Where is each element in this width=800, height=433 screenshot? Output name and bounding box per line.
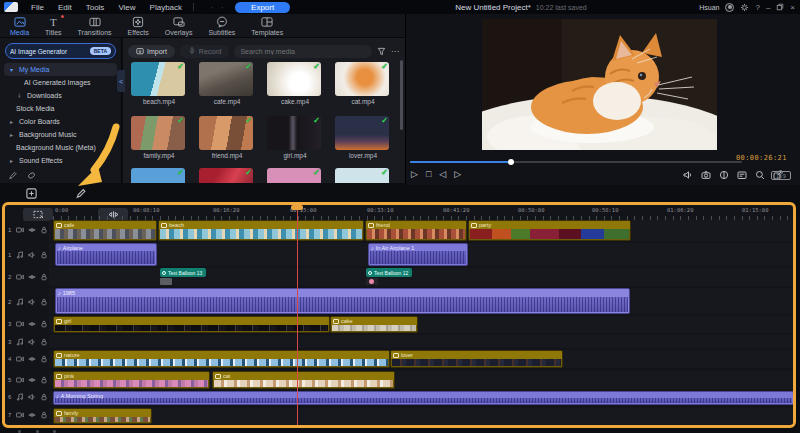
minimize-icon[interactable]: –: [766, 3, 770, 12]
zoom-preview-icon[interactable]: [755, 170, 765, 180]
avatar[interactable]: [725, 3, 734, 12]
clip-in-air-airplane-audio[interactable]: ♪In Air Airplane 1: [368, 243, 468, 266]
eye-icon[interactable]: [28, 273, 36, 281]
menu-edit[interactable]: Edit: [51, 3, 79, 12]
video-thumbnail[interactable]: ✓: [131, 62, 185, 96]
lock-icon[interactable]: [40, 226, 48, 234]
clip-a-morning-spring-audio[interactable]: ♪A Morning Spring: [53, 391, 794, 405]
aspect-ratio-icon[interactable]: 16:9: [771, 171, 791, 180]
sidebar-item-stock-media[interactable]: Stock Media: [0, 102, 121, 115]
clip-pink[interactable]: pink: [53, 371, 210, 389]
menu-file[interactable]: File: [24, 3, 51, 12]
track-header-v3[interactable]: 3: [8, 318, 50, 330]
sidebar-item-downloads[interactable]: ⤓Downloads: [0, 89, 121, 102]
speaker-icon[interactable]: [28, 251, 36, 259]
sidebar-item-ai-generated-images[interactable]: AI Generated Images: [0, 76, 121, 89]
search-box[interactable]: [234, 45, 372, 58]
menu-tools[interactable]: Tools: [79, 3, 112, 12]
clip-friend[interactable]: friend: [365, 220, 467, 241]
tab-transitions[interactable]: Transitions: [72, 16, 118, 36]
track-header-v2[interactable]: 2: [8, 271, 50, 283]
clip-girl[interactable]: girl: [53, 316, 330, 333]
video-thumbnail[interactable]: ✓: [131, 116, 185, 150]
eye-icon[interactable]: [28, 355, 36, 363]
lock-icon[interactable]: [40, 298, 48, 306]
draw-pen-icon[interactable]: [75, 185, 86, 203]
seek-handle[interactable]: [508, 159, 514, 165]
tab-media[interactable]: Media: [4, 16, 35, 36]
filter-funnel-icon[interactable]: [377, 42, 386, 60]
clip-text-balloon-13[interactable]: Text Balloon 13: [160, 268, 206, 285]
sidebar-item-sound-effects[interactable]: ▸Sound Effects: [0, 154, 121, 167]
tab-titles[interactable]: TTitles: [39, 16, 67, 36]
lock-icon[interactable]: [40, 273, 48, 281]
sidebar-item-my-media[interactable]: ▾My Media: [4, 63, 117, 76]
close-icon[interactable]: ×: [790, 3, 795, 12]
next-frame-button[interactable]: ▷: [454, 169, 461, 179]
tab-effects[interactable]: Effects: [122, 16, 155, 36]
clip-beach[interactable]: beach: [158, 220, 364, 241]
snapshot-camera-icon[interactable]: [701, 170, 711, 180]
clip-airplane-audio[interactable]: ♪Airplane: [55, 243, 157, 266]
track-header-v4[interactable]: 4: [8, 353, 50, 365]
menu-view[interactable]: View: [111, 3, 142, 12]
video-thumbnail[interactable]: ✓: [335, 62, 389, 96]
lock-icon[interactable]: [40, 338, 48, 346]
save-icon[interactable]: [198, 3, 207, 12]
media-item[interactable]: ✓friend.mp4: [199, 116, 255, 159]
track-header-a2[interactable]: 2: [8, 296, 50, 308]
clip-cafe[interactable]: cafe: [53, 220, 157, 241]
search-input[interactable]: [240, 48, 366, 55]
lock-icon[interactable]: [40, 411, 48, 419]
clip-cat[interactable]: cat: [212, 371, 395, 389]
menu-playback[interactable]: Playback: [143, 3, 189, 12]
media-item[interactable]: ✓lover.mp4: [335, 116, 391, 159]
media-item[interactable]: ✓: [267, 168, 323, 183]
video-thumbnail[interactable]: ✓: [267, 168, 321, 183]
video-thumbnail[interactable]: ✓: [335, 116, 389, 150]
sidebar-item-background-music[interactable]: ▸Background Music: [0, 128, 121, 141]
stop-button[interactable]: □: [426, 169, 431, 179]
media-item[interactable]: ✓: [199, 168, 255, 183]
video-preview[interactable]: [482, 19, 717, 150]
lock-icon[interactable]: [40, 355, 48, 363]
media-item[interactable]: ✓: [335, 168, 391, 183]
clip-nature[interactable]: nature: [53, 350, 390, 368]
media-item[interactable]: ✓: [131, 168, 187, 183]
import-button[interactable]: Import: [128, 45, 175, 58]
user-name[interactable]: Hsuan: [699, 4, 719, 11]
preview-seek-bar[interactable]: [410, 161, 742, 163]
tab-overlays[interactable]: Overlays: [159, 16, 199, 36]
lock-icon[interactable]: [40, 376, 48, 384]
eye-icon[interactable]: [28, 376, 36, 384]
sidebar-item-background-music-meta[interactable]: Background Music (Meta): [0, 141, 121, 154]
play-button[interactable]: ▷: [411, 169, 418, 179]
playhead-line[interactable]: [297, 205, 298, 425]
markers-list-icon[interactable]: [737, 170, 747, 180]
eye-icon[interactable]: [28, 320, 36, 328]
tab-subtitles[interactable]: Subtitles: [202, 16, 241, 36]
tab-templates[interactable]: Templates: [245, 16, 289, 36]
speaker-icon[interactable]: [28, 298, 36, 306]
eye-icon[interactable]: [28, 226, 36, 234]
color-mode-icon[interactable]: [719, 170, 729, 180]
settings-gear-icon[interactable]: [740, 3, 749, 12]
track-header-v1[interactable]: 1: [8, 224, 50, 236]
video-thumbnail[interactable]: ✓: [335, 168, 389, 183]
video-thumbnail[interactable]: ✓: [267, 116, 321, 150]
restore-icon[interactable]: [776, 3, 784, 11]
track-header-v5[interactable]: 5: [8, 374, 50, 386]
media-item[interactable]: ✓cafe.mp4: [199, 62, 255, 105]
clip-family[interactable]: family: [53, 408, 152, 424]
pen-icon[interactable]: [8, 171, 17, 180]
media-item[interactable]: ✓cake.mp4: [267, 62, 323, 105]
playhead-handle[interactable]: [291, 205, 303, 210]
lock-icon[interactable]: [40, 393, 48, 401]
video-thumbnail[interactable]: ✓: [199, 62, 253, 96]
clip-lover[interactable]: lover: [390, 350, 563, 368]
clip-party[interactable]: party: [468, 220, 631, 241]
clip-cake[interactable]: cake: [330, 316, 418, 333]
scrollbar[interactable]: [400, 60, 403, 130]
link-icon[interactable]: [27, 171, 36, 180]
lock-icon[interactable]: [40, 251, 48, 259]
